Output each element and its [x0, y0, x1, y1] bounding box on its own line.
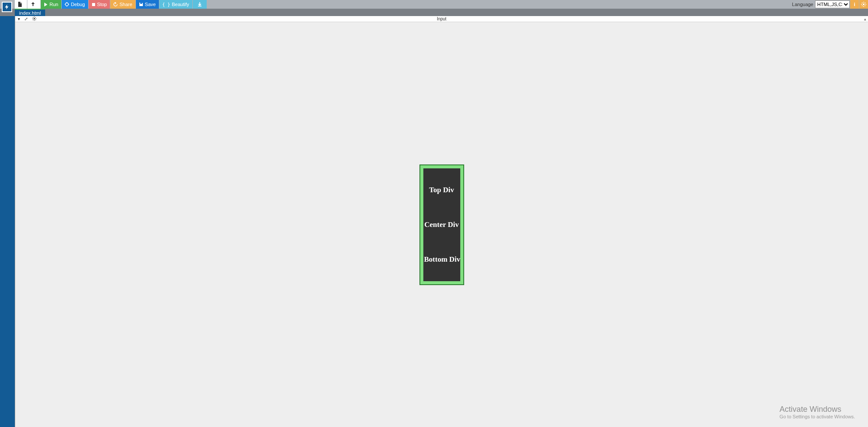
braces-icon: { } [162, 2, 170, 7]
share-label: Share [119, 2, 132, 7]
info-icon: i [854, 2, 855, 7]
debug-label: Debug [71, 2, 85, 7]
svg-point-0 [66, 3, 69, 6]
collapse-icon[interactable]: ▴ [864, 17, 866, 21]
upload-icon [30, 2, 36, 7]
output-top-div: Top Div [424, 186, 459, 194]
watermark-line1: Activate Windows [779, 405, 855, 414]
preview-body: Top Div Center Div Bottom Div Activate W… [15, 22, 868, 427]
output-inner-box: Top Div Center Div Bottom Div [423, 168, 460, 281]
main-toolbar: Run Debug Stop Share Save { } Beautify L… [0, 0, 868, 9]
debug-button[interactable]: Debug [62, 0, 88, 9]
upload-button[interactable] [27, 0, 40, 9]
svg-point-4 [33, 18, 35, 19]
download-icon [197, 2, 202, 7]
lightning-icon [4, 4, 10, 10]
stop-icon [92, 3, 96, 7]
preview-header: ▾ ⤢ Input ▴ [15, 16, 868, 22]
run-button[interactable]: Run [41, 0, 61, 9]
share-icon [113, 2, 118, 7]
app-logo[interactable] [2, 2, 12, 12]
beautify-button[interactable]: { } Beautify [159, 0, 192, 9]
output-bottom-div: Bottom Div [424, 255, 459, 264]
file-tab-label: index.html [19, 10, 41, 16]
new-file-button[interactable] [15, 0, 27, 9]
output-center-div: Center Div [424, 220, 459, 229]
language-label: Language [792, 0, 815, 9]
svg-point-3 [863, 3, 865, 5]
gear-icon[interactable] [32, 16, 36, 21]
language-select[interactable]: HTML,JS,CSS [815, 0, 850, 8]
svg-rect-2 [140, 3, 142, 4]
save-icon [139, 2, 143, 7]
info-button[interactable]: i [850, 0, 859, 9]
settings-button[interactable] [859, 0, 868, 9]
windows-watermark: Activate Windows Go to Settings to activ… [779, 405, 855, 419]
save-label: Save [145, 2, 156, 7]
expand-icon[interactable]: ⤢ [24, 16, 28, 21]
play-icon [44, 3, 48, 7]
file-tab-index[interactable]: index.html [15, 9, 45, 16]
chevron-down-icon[interactable]: ▾ [18, 16, 20, 21]
watermark-line2: Go to Settings to activate Windows. [779, 414, 855, 419]
output-outer-box: Top Div Center Div Bottom Div [419, 164, 464, 285]
preview-title: Input [437, 16, 446, 21]
main-area: ▾ ⤢ Input ▴ Top Div Center Div Bottom Di… [0, 16, 868, 427]
beautify-label: Beautify [172, 2, 189, 7]
file-tab-bar: index.html [0, 9, 868, 16]
left-rail [0, 16, 15, 427]
save-button[interactable]: Save [136, 0, 159, 9]
share-button[interactable]: Share [110, 0, 135, 9]
run-label: Run [50, 2, 58, 7]
svg-rect-1 [92, 3, 95, 6]
file-icon [18, 2, 22, 7]
download-button[interactable] [193, 0, 207, 9]
stop-button[interactable]: Stop [89, 0, 110, 9]
preview-panel: ▾ ⤢ Input ▴ Top Div Center Div Bottom Di… [15, 16, 868, 427]
gear-icon [861, 2, 866, 7]
stop-label: Stop [97, 2, 107, 7]
crosshair-icon [65, 2, 69, 7]
